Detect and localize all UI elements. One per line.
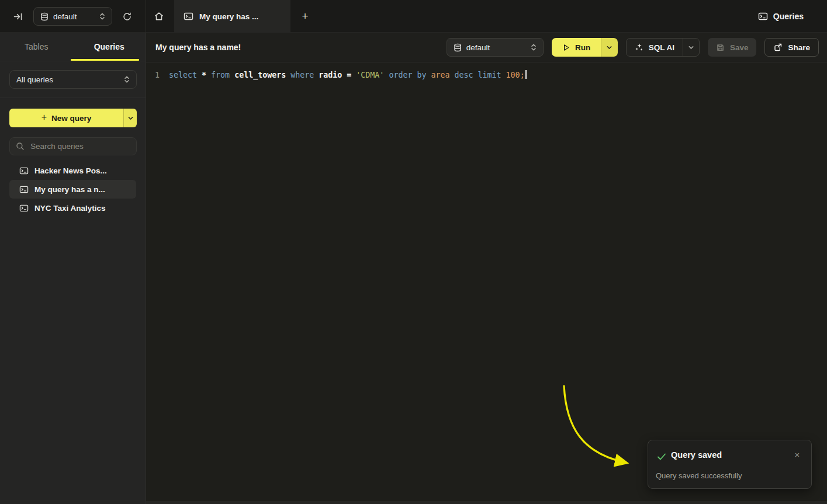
query-item-label: My query has a n... [34, 185, 105, 194]
sql-token [501, 71, 506, 79]
sql-token [450, 71, 455, 79]
play-icon [562, 43, 570, 52]
topbar: default [0, 0, 827, 33]
sidebar-tab-queries[interactable]: Queries [73, 33, 146, 61]
new-query-button[interactable]: + New query [9, 109, 123, 127]
database-icon [454, 43, 462, 52]
search-icon [16, 142, 25, 151]
tab-my-query[interactable]: My query has ... [174, 0, 290, 33]
home-tab-button[interactable] [151, 9, 167, 23]
share-button[interactable]: Share [764, 38, 819, 57]
topbar-database-value: default [53, 12, 94, 21]
database-icon [40, 12, 49, 21]
chevron-down-icon [127, 115, 134, 121]
sql-token: = [342, 71, 356, 79]
chevron-down-icon [688, 44, 694, 51]
text-cursor [525, 70, 527, 79]
sql-token [473, 71, 478, 79]
refresh-icon [122, 12, 132, 22]
plus-icon: + [41, 112, 47, 123]
sql-token [230, 71, 234, 79]
toolbar-database-selector[interactable]: default [447, 38, 544, 57]
check-icon [657, 453, 666, 461]
topbar-queries-button[interactable]: Queries [758, 0, 804, 33]
save-icon [716, 43, 725, 52]
sparkles-icon [635, 43, 644, 52]
sql-ai-split-button: SQL AI [626, 38, 700, 57]
sidebar-tab-tables[interactable]: Tables [0, 33, 73, 61]
toast-title: Query saved [671, 450, 722, 460]
refresh-button[interactable] [120, 9, 134, 23]
line-number: 1 [146, 69, 160, 81]
terminal-icon [758, 12, 768, 21]
terminal-icon [19, 204, 29, 213]
sidebar-divider [0, 98, 146, 98]
topbar-database-selector[interactable]: default [33, 7, 112, 26]
chevron-updown-icon [530, 43, 537, 51]
tab-label: My query has ... [199, 12, 258, 21]
toast-message: Query saved successfully [656, 471, 742, 480]
sql-code: select * from cell_towers where radio = … [169, 69, 527, 81]
save-label: Save [730, 43, 749, 52]
new-tab-button[interactable]: + [297, 8, 313, 25]
sql-token: area [431, 71, 449, 79]
sql-ai-button[interactable]: SQL AI [627, 39, 683, 56]
sql-token: from [211, 71, 230, 79]
query-list-item-selected[interactable]: My query has a n... [9, 180, 136, 199]
collapse-sidebar-button[interactable] [11, 9, 25, 23]
new-query-split-button: + New query [9, 109, 137, 127]
sidebar: Tables Queries All queries + New query [0, 33, 146, 504]
sql-token [206, 71, 211, 79]
code-line: 1 select * from cell_towers where radio … [146, 63, 827, 81]
new-query-dropdown-button[interactable] [123, 109, 137, 127]
terminal-icon [184, 12, 193, 21]
sql-token: order [389, 71, 412, 79]
sql-token: radio [319, 71, 342, 79]
query-item-label: NYC Taxi Analytics [34, 204, 106, 213]
close-icon[interactable]: × [791, 449, 803, 460]
sql-token: 'CDMA' [356, 71, 384, 79]
sql-token: 100; [506, 71, 525, 79]
main-panel: My query has a name! default [146, 33, 827, 504]
sql-token: * [202, 71, 206, 79]
query-filter-value: All queries [16, 75, 119, 84]
sql-editor[interactable]: 1 select * from cell_towers where radio … [146, 63, 827, 501]
run-split-button: Run [552, 38, 618, 57]
query-filter-select[interactable]: All queries [9, 70, 137, 89]
sql-ai-label: SQL AI [649, 43, 674, 52]
chevron-updown-icon [123, 75, 130, 84]
query-list: Hacker News Pos... My query has a n... [9, 161, 136, 217]
chevron-down-icon [606, 44, 613, 51]
chevron-updown-icon [99, 12, 106, 20]
sidebar-body: All queries + New query [0, 61, 146, 217]
toast-query-saved: Query saved × Query saved successfully [648, 440, 812, 489]
sql-token: where [290, 71, 314, 79]
sidebar-tabs: Tables Queries [0, 33, 146, 61]
sql-tokens: select * from cell_towers where radio = … [169, 71, 525, 79]
query-list-item[interactable]: Hacker News Pos... [9, 161, 136, 180]
active-tab-indicator [71, 59, 139, 61]
run-options-button[interactable] [601, 38, 618, 57]
search-queries-box [9, 137, 137, 155]
sql-token: by [417, 71, 426, 79]
sql-token: limit [478, 71, 501, 79]
share-label: Share [788, 43, 810, 52]
sql-token: desc [455, 71, 473, 79]
run-label: Run [575, 43, 590, 52]
plus-icon: + [302, 10, 308, 23]
home-icon [154, 11, 164, 22]
search-queries-input[interactable] [29, 141, 130, 151]
run-button[interactable]: Run [552, 38, 601, 57]
sql-token: cell_towers [234, 71, 286, 79]
topbar-divider [146, 0, 146, 33]
sql-token [197, 71, 202, 79]
save-button[interactable]: Save [708, 38, 757, 57]
toolbar: default Run [447, 38, 819, 57]
sql-ai-options-button[interactable] [683, 39, 699, 56]
query-item-label: Hacker News Pos... [34, 166, 107, 175]
collapse-sidebar-icon [13, 12, 23, 22]
query-list-item[interactable]: NYC Taxi Analytics [9, 199, 136, 217]
query-title: My query has a name! [155, 43, 241, 52]
toolbar-database-value: default [466, 43, 525, 52]
sql-console-app: default [0, 0, 827, 504]
